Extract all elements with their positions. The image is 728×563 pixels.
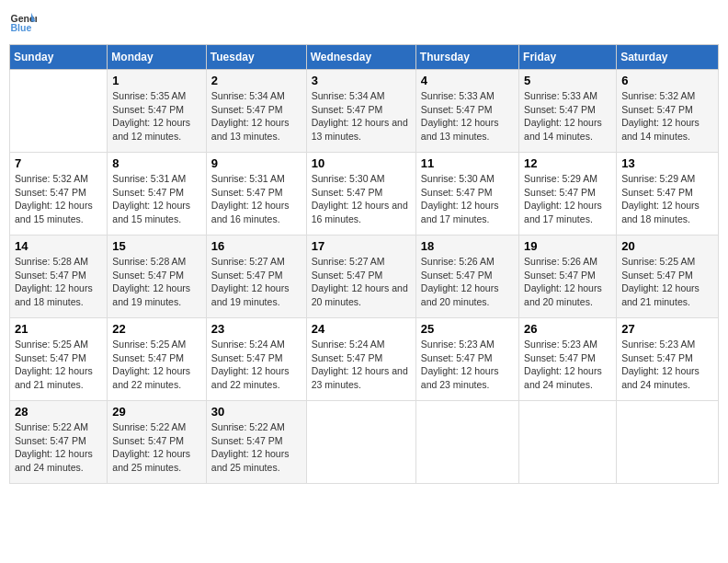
svg-text:Blue: Blue bbox=[11, 22, 32, 33]
day-number: 9 bbox=[211, 156, 301, 170]
day-number: 10 bbox=[312, 156, 411, 170]
day-number: 18 bbox=[421, 239, 514, 253]
day-info: Sunrise: 5:26 AMSunset: 5:47 PMDaylight:… bbox=[524, 256, 602, 307]
day-number: 15 bbox=[112, 239, 200, 253]
day-info: Sunrise: 5:23 AMSunset: 5:47 PMDaylight:… bbox=[524, 339, 602, 390]
day-number: 22 bbox=[112, 322, 200, 336]
day-info: Sunrise: 5:33 AMSunset: 5:47 PMDaylight:… bbox=[524, 90, 602, 142]
day-number: 2 bbox=[211, 74, 301, 87]
day-number: 21 bbox=[15, 322, 102, 336]
day-number: 23 bbox=[211, 322, 301, 336]
day-number: 16 bbox=[211, 239, 301, 253]
day-info: Sunrise: 5:29 AMSunset: 5:47 PMDaylight:… bbox=[621, 173, 700, 224]
day-number: 14 bbox=[15, 239, 102, 253]
day-info: Sunrise: 5:31 AMSunset: 5:47 PMDaylight:… bbox=[211, 173, 290, 224]
header-day-tuesday: Tuesday bbox=[206, 45, 306, 70]
day-cell: 6 Sunrise: 5:32 AMSunset: 5:47 PMDayligh… bbox=[617, 70, 719, 153]
day-cell: 10 Sunrise: 5:30 AMSunset: 5:47 PMDaylig… bbox=[306, 153, 415, 236]
day-cell: 25 Sunrise: 5:23 AMSunset: 5:47 PMDaylig… bbox=[415, 318, 518, 401]
day-info: Sunrise: 5:30 AMSunset: 5:47 PMDaylight:… bbox=[312, 173, 408, 224]
day-info: Sunrise: 5:28 AMSunset: 5:47 PMDaylight:… bbox=[15, 256, 93, 307]
day-number: 13 bbox=[621, 156, 713, 170]
day-cell: 8 Sunrise: 5:31 AMSunset: 5:47 PMDayligh… bbox=[108, 153, 206, 236]
day-cell: 28 Sunrise: 5:22 AMSunset: 5:47 PMDaylig… bbox=[10, 401, 108, 484]
day-cell: 7 Sunrise: 5:32 AMSunset: 5:47 PMDayligh… bbox=[10, 153, 108, 236]
header-day-friday: Friday bbox=[519, 45, 617, 70]
day-info: Sunrise: 5:22 AMSunset: 5:47 PMDaylight:… bbox=[211, 421, 290, 473]
day-info: Sunrise: 5:25 AMSunset: 5:47 PMDaylight:… bbox=[15, 339, 93, 390]
header-row: SundayMondayTuesdayWednesdayThursdayFrid… bbox=[10, 45, 719, 70]
week-row-4: 21 Sunrise: 5:25 AMSunset: 5:47 PMDaylig… bbox=[10, 318, 719, 401]
day-info: Sunrise: 5:35 AMSunset: 5:47 PMDaylight:… bbox=[112, 90, 190, 142]
week-row-5: 28 Sunrise: 5:22 AMSunset: 5:47 PMDaylig… bbox=[10, 401, 719, 484]
day-number: 25 bbox=[421, 322, 514, 336]
day-cell: 27 Sunrise: 5:23 AMSunset: 5:47 PMDaylig… bbox=[617, 318, 719, 401]
logo-icon: General Blue bbox=[9, 9, 37, 37]
day-number: 12 bbox=[524, 156, 611, 170]
day-cell: 21 Sunrise: 5:25 AMSunset: 5:47 PMDaylig… bbox=[10, 318, 108, 401]
day-cell bbox=[10, 70, 108, 153]
day-cell: 13 Sunrise: 5:29 AMSunset: 5:47 PMDaylig… bbox=[617, 153, 719, 236]
day-cell: 3 Sunrise: 5:34 AMSunset: 5:47 PMDayligh… bbox=[306, 70, 415, 153]
header-day-saturday: Saturday bbox=[617, 45, 719, 70]
week-row-1: 1 Sunrise: 5:35 AMSunset: 5:47 PMDayligh… bbox=[10, 70, 719, 153]
day-cell: 11 Sunrise: 5:30 AMSunset: 5:47 PMDaylig… bbox=[415, 153, 518, 236]
day-number: 24 bbox=[312, 322, 411, 336]
day-number: 3 bbox=[312, 74, 411, 87]
day-number: 28 bbox=[15, 405, 102, 419]
day-info: Sunrise: 5:33 AMSunset: 5:47 PMDaylight:… bbox=[421, 90, 499, 142]
day-number: 20 bbox=[621, 239, 713, 253]
week-row-2: 7 Sunrise: 5:32 AMSunset: 5:47 PMDayligh… bbox=[10, 153, 719, 236]
day-cell: 17 Sunrise: 5:27 AMSunset: 5:47 PMDaylig… bbox=[306, 236, 415, 318]
day-cell bbox=[306, 401, 415, 484]
day-cell: 22 Sunrise: 5:25 AMSunset: 5:47 PMDaylig… bbox=[108, 318, 206, 401]
day-cell: 30 Sunrise: 5:22 AMSunset: 5:47 PMDaylig… bbox=[206, 401, 306, 484]
day-cell: 12 Sunrise: 5:29 AMSunset: 5:47 PMDaylig… bbox=[519, 153, 617, 236]
day-cell: 19 Sunrise: 5:26 AMSunset: 5:47 PMDaylig… bbox=[519, 236, 617, 318]
header-day-monday: Monday bbox=[108, 45, 206, 70]
day-cell: 29 Sunrise: 5:22 AMSunset: 5:47 PMDaylig… bbox=[108, 401, 206, 484]
day-number: 1 bbox=[112, 74, 200, 87]
day-info: Sunrise: 5:22 AMSunset: 5:47 PMDaylight:… bbox=[15, 421, 93, 473]
day-cell: 1 Sunrise: 5:35 AMSunset: 5:47 PMDayligh… bbox=[108, 70, 206, 153]
day-number: 4 bbox=[421, 74, 514, 87]
day-cell: 23 Sunrise: 5:24 AMSunset: 5:47 PMDaylig… bbox=[206, 318, 306, 401]
day-number: 30 bbox=[211, 405, 301, 419]
day-cell: 9 Sunrise: 5:31 AMSunset: 5:47 PMDayligh… bbox=[206, 153, 306, 236]
header-day-sunday: Sunday bbox=[10, 45, 108, 70]
day-number: 26 bbox=[524, 322, 611, 336]
day-info: Sunrise: 5:24 AMSunset: 5:47 PMDaylight:… bbox=[312, 339, 408, 390]
day-number: 11 bbox=[421, 156, 514, 170]
day-cell: 16 Sunrise: 5:27 AMSunset: 5:47 PMDaylig… bbox=[206, 236, 306, 318]
day-cell: 24 Sunrise: 5:24 AMSunset: 5:47 PMDaylig… bbox=[306, 318, 415, 401]
logo: General Blue bbox=[9, 9, 37, 37]
day-info: Sunrise: 5:25 AMSunset: 5:47 PMDaylight:… bbox=[112, 339, 190, 390]
day-cell: 14 Sunrise: 5:28 AMSunset: 5:47 PMDaylig… bbox=[10, 236, 108, 318]
day-cell: 2 Sunrise: 5:34 AMSunset: 5:47 PMDayligh… bbox=[206, 70, 306, 153]
day-cell bbox=[617, 401, 719, 484]
day-number: 8 bbox=[112, 156, 200, 170]
day-number: 6 bbox=[621, 74, 713, 87]
day-cell: 4 Sunrise: 5:33 AMSunset: 5:47 PMDayligh… bbox=[415, 70, 518, 153]
day-info: Sunrise: 5:23 AMSunset: 5:47 PMDaylight:… bbox=[421, 339, 499, 390]
page-header: General Blue bbox=[9, 9, 719, 37]
day-info: Sunrise: 5:26 AMSunset: 5:47 PMDaylight:… bbox=[421, 256, 499, 307]
day-info: Sunrise: 5:30 AMSunset: 5:47 PMDaylight:… bbox=[421, 173, 499, 224]
week-row-3: 14 Sunrise: 5:28 AMSunset: 5:47 PMDaylig… bbox=[10, 236, 719, 318]
day-cell: 26 Sunrise: 5:23 AMSunset: 5:47 PMDaylig… bbox=[519, 318, 617, 401]
header-day-wednesday: Wednesday bbox=[306, 45, 415, 70]
day-info: Sunrise: 5:24 AMSunset: 5:47 PMDaylight:… bbox=[211, 339, 290, 390]
day-number: 19 bbox=[524, 239, 611, 253]
day-cell: 18 Sunrise: 5:26 AMSunset: 5:47 PMDaylig… bbox=[415, 236, 518, 318]
day-info: Sunrise: 5:31 AMSunset: 5:47 PMDaylight:… bbox=[112, 173, 190, 224]
day-info: Sunrise: 5:22 AMSunset: 5:47 PMDaylight:… bbox=[112, 421, 190, 473]
day-number: 17 bbox=[312, 239, 411, 253]
day-number: 27 bbox=[621, 322, 713, 336]
day-cell: 5 Sunrise: 5:33 AMSunset: 5:47 PMDayligh… bbox=[519, 70, 617, 153]
day-cell bbox=[415, 401, 518, 484]
header-day-thursday: Thursday bbox=[415, 45, 518, 70]
day-number: 29 bbox=[112, 405, 200, 419]
calendar-table: SundayMondayTuesdayWednesdayThursdayFrid… bbox=[9, 44, 719, 484]
day-cell: 20 Sunrise: 5:25 AMSunset: 5:47 PMDaylig… bbox=[617, 236, 719, 318]
day-info: Sunrise: 5:29 AMSunset: 5:47 PMDaylight:… bbox=[524, 173, 602, 224]
